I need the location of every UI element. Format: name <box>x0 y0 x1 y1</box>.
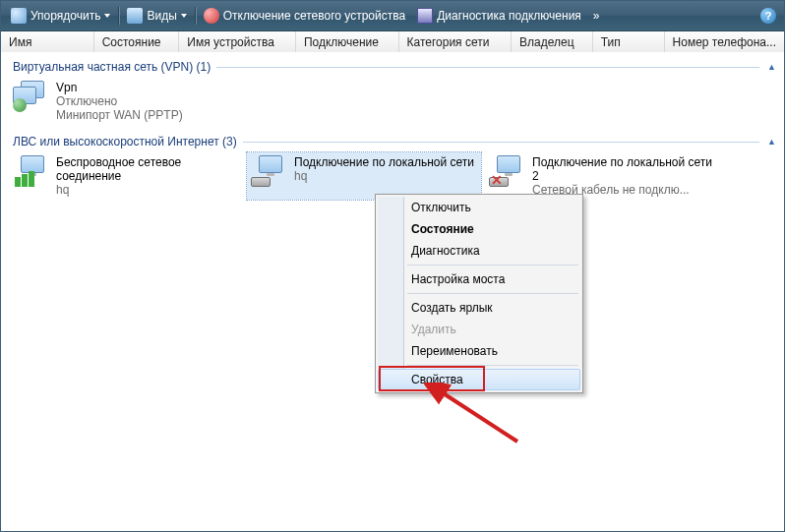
connection-title: Подключение по локальной сети 2 <box>532 155 715 183</box>
vpn-icon <box>13 81 50 116</box>
views-menu[interactable]: Виды <box>121 1 192 30</box>
dropdown-icon <box>104 14 110 18</box>
group-header-label: ЛВС или высокоскоростной Интернет (3) <box>13 135 237 148</box>
column-header[interactable]: Подключение <box>296 31 399 53</box>
diagnose-label: Диагностика подключения <box>437 9 581 23</box>
menu-separator <box>407 365 578 366</box>
group-header-vpn[interactable]: Виртуальная частная сеть (VPN) (1) ▲ <box>9 58 776 78</box>
column-header-row: Имя Состояние Имя устройства Подключение… <box>1 31 784 54</box>
organize-menu[interactable]: Упорядочить <box>5 1 116 30</box>
connection-item-lan2[interactable]: ✕ Подключение по локальной сети 2 Сетево… <box>485 152 719 200</box>
collapse-icon[interactable]: ▲ <box>767 137 776 147</box>
dropdown-icon <box>181 14 187 18</box>
group-rule <box>243 142 759 143</box>
menu-item-diagnose[interactable]: Диагностика <box>378 240 580 262</box>
group-items: Vpn Отключено Минипорт WAN (PPTP) <box>9 78 776 125</box>
connection-text: Подключение по локальной сети 2 Сетевой … <box>532 155 715 197</box>
lan-icon <box>251 155 288 191</box>
toolbar-separator <box>195 7 196 25</box>
connection-text: Vpn Отключено Минипорт WAN (PPTP) <box>56 81 183 122</box>
connection-sub: hq <box>56 183 239 197</box>
connection-title: Vpn <box>56 81 183 94</box>
menu-item-disable[interactable]: Отключить <box>378 197 580 218</box>
connection-item-vpn[interactable]: Vpn Отключено Минипорт WAN (PPTP) <box>9 78 272 125</box>
toolbar-separator <box>118 7 119 25</box>
overflow-label: » <box>593 9 600 23</box>
column-header[interactable]: Имя <box>1 31 94 53</box>
column-header[interactable]: Владелец <box>512 31 593 53</box>
connection-title: Подключение по локальной сети <box>294 155 474 169</box>
connection-item-wifi[interactable]: Беспроводное сетевое соединение hq <box>9 152 243 200</box>
column-header[interactable]: Категория сети <box>399 31 513 53</box>
menu-item-bridge[interactable]: Настройка моста <box>378 268 580 290</box>
context-menu: Отключить Состояние Диагностика Настройк… <box>375 194 583 393</box>
views-label: Виды <box>147 9 176 23</box>
column-header[interactable]: Номер телефона... <box>665 31 784 53</box>
group-header-lan[interactable]: ЛВС или высокоскоростной Интернет (3) ▲ <box>9 133 776 152</box>
connection-sub: hq <box>294 169 474 183</box>
column-header[interactable]: Имя устройства <box>179 31 296 53</box>
connection-text: Беспроводное сетевое соединение hq <box>56 155 239 197</box>
organize-icon <box>11 8 27 24</box>
menu-item-delete: Удалить <box>378 319 580 340</box>
group-rule <box>216 67 759 68</box>
menu-item-properties[interactable]: Свойства <box>378 369 580 390</box>
connection-sub: Минипорт WAN (PPTP) <box>56 108 183 122</box>
menu-item-rename[interactable]: Переименовать <box>378 340 580 362</box>
views-icon <box>127 8 143 24</box>
command-bar: Упорядочить Виды Отключение сетевого уст… <box>1 1 784 31</box>
lan-disconnected-icon: ✕ <box>489 155 526 191</box>
column-header[interactable]: Тип <box>593 31 665 53</box>
group-header-label: Виртуальная частная сеть (VPN) (1) <box>13 60 211 74</box>
menu-separator <box>407 293 578 294</box>
connection-title: Беспроводное сетевое соединение <box>56 155 239 183</box>
menu-item-shortcut[interactable]: Создать ярлык <box>378 297 580 319</box>
diagnose-icon <box>417 8 433 24</box>
toolbar-overflow[interactable]: » <box>587 1 606 30</box>
disable-icon <box>204 8 219 24</box>
connection-text: Подключение по локальной сети hq <box>294 155 474 183</box>
collapse-icon[interactable]: ▲ <box>767 62 776 72</box>
disable-device-label: Отключение сетевого устройства <box>223 9 405 23</box>
network-connections-window: Упорядочить Виды Отключение сетевого уст… <box>0 0 785 532</box>
column-header[interactable]: Состояние <box>94 31 180 53</box>
group-vpn: Виртуальная частная сеть (VPN) (1) ▲ Vpn… <box>9 58 776 125</box>
group-items: Беспроводное сетевое соединение hq Подкл… <box>9 152 776 200</box>
diagnose-button[interactable]: Диагностика подключения <box>411 1 587 30</box>
wifi-icon <box>13 155 50 191</box>
group-lan: ЛВС или высокоскоростной Интернет (3) ▲ … <box>9 133 776 200</box>
menu-separator <box>407 265 578 266</box>
connection-sub: Отключено <box>56 94 183 108</box>
connection-item-lan[interactable]: Подключение по локальной сети hq <box>247 152 481 200</box>
disable-device-button[interactable]: Отключение сетевого устройства <box>198 1 411 30</box>
menu-item-status[interactable]: Состояние <box>378 218 580 240</box>
help-icon[interactable]: ? <box>760 8 776 24</box>
organize-label: Упорядочить <box>30 9 100 23</box>
